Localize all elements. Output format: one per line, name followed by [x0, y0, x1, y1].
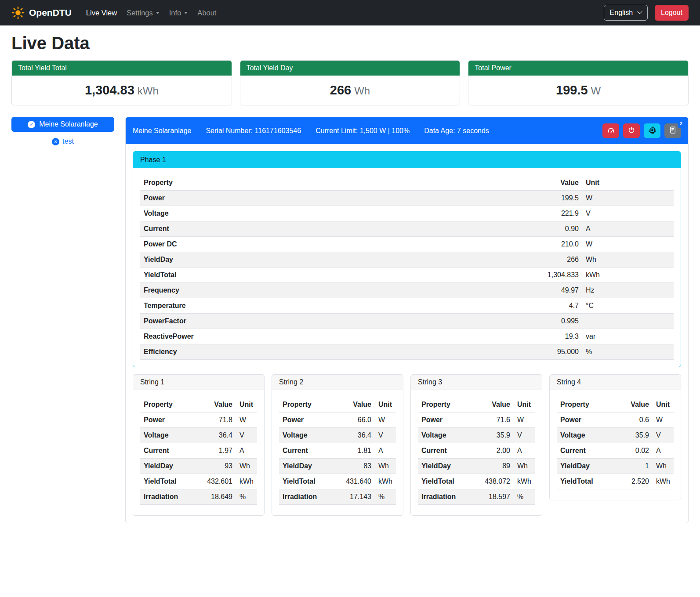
power-icon [628, 127, 635, 135]
inverter-info-button[interactable] [644, 123, 660, 138]
string-card: String 2 Property Value Unit Power66.0WV… [272, 374, 403, 516]
property-cell: YieldDay [279, 459, 334, 474]
property-cell: Power [557, 412, 612, 428]
property-cell: Voltage [140, 206, 516, 221]
property-cell: Irradiation [140, 489, 196, 505]
current-limit: Current Limit: 1,500 W | 100% [316, 127, 410, 135]
value-cell: 1.97 [196, 443, 236, 459]
unit-cell: kWh [375, 474, 396, 489]
value-cell: 431.640 [334, 474, 375, 489]
inverter-name: Meine Solaranlage [133, 127, 191, 135]
table-row: Current2.00A [418, 443, 535, 459]
table-row: YieldDay266Wh [140, 252, 674, 268]
value-cell: 19.3 [516, 329, 582, 344]
sidebar-item-meine-solaranlage[interactable]: ✓ Meine Solaranlage [11, 117, 114, 132]
value-cell: 1.81 [334, 443, 375, 459]
value-cell: 210.0 [516, 237, 582, 252]
string-table: Property Value Unit Power66.0WVoltage36.… [279, 397, 396, 505]
property-cell: Irradiation [418, 489, 473, 505]
nav-item-info-label: Info [169, 9, 181, 17]
brand-label: OpenDTU [29, 7, 72, 18]
serial-number: Serial Number: 116171603546 [206, 127, 301, 135]
table-row: Power199.5W [140, 191, 674, 206]
property-cell: YieldDay [140, 459, 196, 474]
unit-cell: V [653, 428, 674, 443]
nav-item-settings[interactable]: Settings [122, 5, 164, 21]
nav-item-live-view[interactable]: Live View [81, 5, 122, 21]
property-cell: Current [140, 221, 516, 237]
event-log-button[interactable]: 2 [664, 123, 681, 138]
property-cell: Current [140, 443, 196, 459]
language-selected-label: English [610, 9, 633, 17]
brand[interactable]: OpenDTU [11, 6, 72, 19]
property-cell: Temperature [140, 298, 516, 314]
language-select[interactable]: English [604, 5, 648, 21]
phase-card-title: Phase 1 [133, 152, 681, 168]
property-cell: YieldDay [140, 252, 516, 268]
table-header-row: Property Value Unit [140, 175, 674, 191]
value-cell: 18.649 [196, 489, 236, 505]
table-row: Current0.90A [140, 221, 674, 237]
property-cell: Voltage [418, 428, 473, 443]
string-card: String 3 Property Value Unit Power71.6WV… [410, 374, 542, 516]
value-column-header: Value [473, 397, 514, 412]
data-age: Data Age: 7 seconds [424, 127, 489, 135]
unit-cell: V [236, 428, 257, 443]
value-cell: 0.6 [612, 412, 653, 428]
sidebar-item-test[interactable]: ✕ test [11, 137, 114, 145]
table-row: Voltage35.9V [418, 428, 535, 443]
inverter-actions: 2 [602, 123, 681, 138]
card-title: Total Power [468, 61, 688, 76]
unit-cell: A [653, 443, 674, 459]
string-card-title: String 2 [272, 375, 403, 390]
limit-settings-button[interactable] [602, 123, 619, 138]
property-column-header: Property [418, 397, 473, 412]
logout-button[interactable]: Logout [655, 5, 689, 21]
table-row: Power66.0W [279, 412, 396, 428]
table-header-row: Property Value Unit [279, 397, 396, 412]
table-header-row: Property Value Unit [140, 397, 257, 412]
cpu-icon [649, 127, 656, 135]
total-yield-total-card: Total Yield Total 1,304.83kWh [11, 60, 232, 105]
table-row: Current0.02A [557, 443, 674, 459]
power-settings-button[interactable] [623, 123, 640, 138]
property-cell: Current [418, 443, 473, 459]
property-cell: Power [279, 412, 334, 428]
nav-item-info[interactable]: Info [164, 5, 193, 21]
value-column-header: Value [612, 397, 653, 412]
property-cell: PowerFactor [140, 314, 516, 329]
string-table: Property Value Unit Power71.8WVoltage36.… [140, 397, 257, 505]
table-row: Irradiation17.143% [279, 489, 396, 505]
sun-logo-icon [11, 6, 25, 19]
table-row: Voltage36.4V [140, 428, 257, 443]
property-cell: YieldTotal [279, 474, 334, 489]
table-row: Current1.81A [279, 443, 396, 459]
unit-cell: % [375, 489, 396, 505]
value-cell: 2.520 [612, 474, 653, 489]
unit-column-header: Unit [375, 397, 396, 412]
table-row: Efficiency95.000% [140, 344, 674, 360]
unit-cell: kWh [582, 268, 674, 283]
value-cell: 36.4 [196, 428, 236, 443]
chevron-down-icon [637, 9, 642, 14]
unit-cell: % [236, 489, 257, 505]
table-header-row: Property Value Unit [418, 397, 535, 412]
table-row: Power DC210.0W [140, 237, 674, 252]
navbar-right: English Logout [604, 5, 689, 21]
property-cell: YieldTotal [557, 474, 612, 489]
unit-cell: A [375, 443, 396, 459]
nav-item-about[interactable]: About [192, 5, 221, 21]
value-cell: 35.9 [473, 428, 514, 443]
property-cell: YieldDay [418, 459, 473, 474]
table-row: Temperature4.7°C [140, 298, 674, 314]
card-title: Total Yield Day [240, 61, 460, 76]
value-cell: 93 [196, 459, 236, 474]
property-cell: Voltage [557, 428, 612, 443]
property-column-header: Property [140, 175, 516, 191]
value-cell: 2.00 [473, 443, 514, 459]
property-cell: Power [140, 412, 196, 428]
property-cell: Voltage [140, 428, 196, 443]
property-column-header: Property [557, 397, 612, 412]
phase-card: Phase 1 Property Value Unit Power199.5WV… [133, 151, 681, 367]
table-row: Frequency49.97Hz [140, 283, 674, 298]
